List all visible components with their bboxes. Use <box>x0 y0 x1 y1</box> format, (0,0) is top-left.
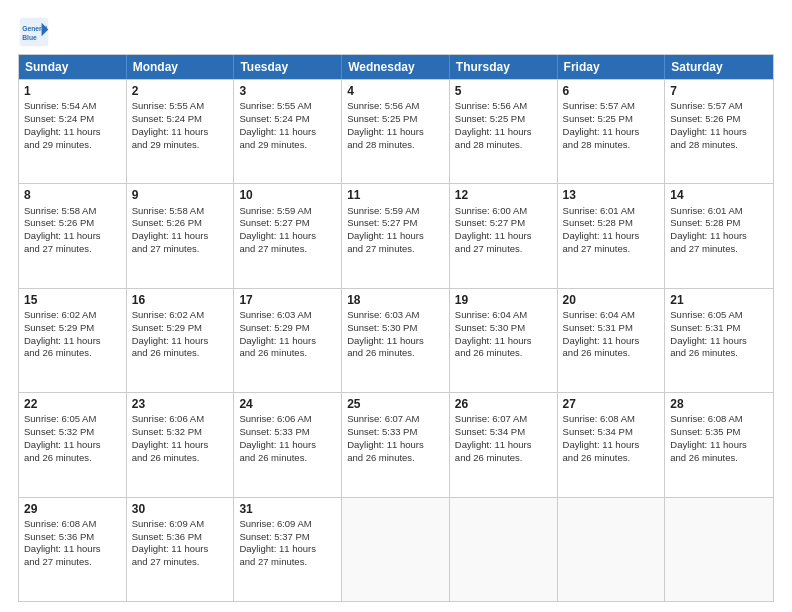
day-number: 4 <box>347 83 444 99</box>
day-info-line: and 28 minutes. <box>670 139 768 152</box>
calendar-cell <box>450 498 558 601</box>
day-info-line: Sunset: 5:25 PM <box>455 113 552 126</box>
calendar-cell: 31Sunrise: 6:09 AMSunset: 5:37 PMDayligh… <box>234 498 342 601</box>
day-info-line: Sunrise: 6:04 AM <box>563 309 660 322</box>
day-info-line: Sunrise: 6:05 AM <box>24 413 121 426</box>
day-info-line: Sunset: 5:26 PM <box>132 217 229 230</box>
day-info-line: Sunrise: 5:54 AM <box>24 100 121 113</box>
calendar-cell: 23Sunrise: 6:06 AMSunset: 5:32 PMDayligh… <box>127 393 235 496</box>
calendar-header-cell: Friday <box>558 55 666 79</box>
calendar-header-row: SundayMondayTuesdayWednesdayThursdayFrid… <box>19 55 773 79</box>
logo-icon: General Blue <box>18 16 50 48</box>
day-info-line: Sunset: 5:29 PM <box>24 322 121 335</box>
day-info-line: Daylight: 11 hours <box>24 543 121 556</box>
day-number: 31 <box>239 501 336 517</box>
day-info-line: and 27 minutes. <box>347 243 444 256</box>
day-number: 5 <box>455 83 552 99</box>
day-number: 16 <box>132 292 229 308</box>
day-info-line: and 26 minutes. <box>132 347 229 360</box>
day-info-line: Sunrise: 6:08 AM <box>24 518 121 531</box>
day-info-line: and 27 minutes. <box>24 556 121 569</box>
day-info-line: Sunset: 5:29 PM <box>239 322 336 335</box>
day-info-line: Sunset: 5:24 PM <box>24 113 121 126</box>
calendar-cell: 17Sunrise: 6:03 AMSunset: 5:29 PMDayligh… <box>234 289 342 392</box>
day-number: 25 <box>347 396 444 412</box>
calendar-cell: 30Sunrise: 6:09 AMSunset: 5:36 PMDayligh… <box>127 498 235 601</box>
day-info-line: Sunset: 5:36 PM <box>24 531 121 544</box>
calendar-week-5: 29Sunrise: 6:08 AMSunset: 5:36 PMDayligh… <box>19 497 773 601</box>
day-info-line: and 27 minutes. <box>24 243 121 256</box>
calendar-cell: 25Sunrise: 6:07 AMSunset: 5:33 PMDayligh… <box>342 393 450 496</box>
day-info-line: Sunrise: 5:56 AM <box>347 100 444 113</box>
day-info-line: Sunrise: 6:06 AM <box>239 413 336 426</box>
day-info-line: Sunset: 5:35 PM <box>670 426 768 439</box>
day-info-line: Sunrise: 5:59 AM <box>347 205 444 218</box>
calendar-cell: 9Sunrise: 5:58 AMSunset: 5:26 PMDaylight… <box>127 184 235 287</box>
day-info-line: Sunset: 5:36 PM <box>132 531 229 544</box>
day-number: 13 <box>563 187 660 203</box>
calendar-cell <box>665 498 773 601</box>
day-info-line: and 26 minutes. <box>670 347 768 360</box>
day-info-line: Daylight: 11 hours <box>24 439 121 452</box>
day-info-line: Sunrise: 6:07 AM <box>347 413 444 426</box>
day-number: 30 <box>132 501 229 517</box>
day-info-line: Sunset: 5:30 PM <box>455 322 552 335</box>
day-info-line: Sunrise: 6:03 AM <box>347 309 444 322</box>
day-info-line: Sunset: 5:27 PM <box>347 217 444 230</box>
day-info-line: Sunset: 5:33 PM <box>239 426 336 439</box>
day-info-line: Daylight: 11 hours <box>239 439 336 452</box>
day-info-line: and 26 minutes. <box>239 452 336 465</box>
day-info-line: and 27 minutes. <box>670 243 768 256</box>
calendar-header-cell: Thursday <box>450 55 558 79</box>
day-info-line: Daylight: 11 hours <box>24 335 121 348</box>
calendar-cell: 20Sunrise: 6:04 AMSunset: 5:31 PMDayligh… <box>558 289 666 392</box>
day-info-line: and 29 minutes. <box>239 139 336 152</box>
day-number: 27 <box>563 396 660 412</box>
calendar-cell: 27Sunrise: 6:08 AMSunset: 5:34 PMDayligh… <box>558 393 666 496</box>
day-info-line: Daylight: 11 hours <box>455 230 552 243</box>
calendar-cell: 1Sunrise: 5:54 AMSunset: 5:24 PMDaylight… <box>19 80 127 183</box>
day-number: 15 <box>24 292 121 308</box>
day-number: 9 <box>132 187 229 203</box>
day-info-line: Sunset: 5:34 PM <box>455 426 552 439</box>
calendar-cell: 12Sunrise: 6:00 AMSunset: 5:27 PMDayligh… <box>450 184 558 287</box>
day-info-line: and 26 minutes. <box>347 347 444 360</box>
day-info-line: and 29 minutes. <box>24 139 121 152</box>
calendar-header-cell: Wednesday <box>342 55 450 79</box>
day-info-line: Daylight: 11 hours <box>563 439 660 452</box>
day-info-line: Daylight: 11 hours <box>455 335 552 348</box>
calendar-week-3: 15Sunrise: 6:02 AMSunset: 5:29 PMDayligh… <box>19 288 773 392</box>
day-info-line: Sunset: 5:31 PM <box>563 322 660 335</box>
day-info-line: Sunrise: 6:03 AM <box>239 309 336 322</box>
svg-text:Blue: Blue <box>22 34 37 41</box>
calendar-cell: 3Sunrise: 5:55 AMSunset: 5:24 PMDaylight… <box>234 80 342 183</box>
calendar-cell: 22Sunrise: 6:05 AMSunset: 5:32 PMDayligh… <box>19 393 127 496</box>
page: General Blue SundayMondayTuesdayWednesda… <box>0 0 792 612</box>
day-info-line: Sunrise: 6:09 AM <box>132 518 229 531</box>
day-info-line: Daylight: 11 hours <box>132 543 229 556</box>
day-info-line: and 26 minutes. <box>455 452 552 465</box>
day-info-line: Daylight: 11 hours <box>132 335 229 348</box>
calendar-body: 1Sunrise: 5:54 AMSunset: 5:24 PMDaylight… <box>19 79 773 601</box>
calendar-cell: 5Sunrise: 5:56 AMSunset: 5:25 PMDaylight… <box>450 80 558 183</box>
calendar-cell: 28Sunrise: 6:08 AMSunset: 5:35 PMDayligh… <box>665 393 773 496</box>
day-info-line: Daylight: 11 hours <box>24 230 121 243</box>
day-info-line: and 27 minutes. <box>563 243 660 256</box>
calendar-cell: 13Sunrise: 6:01 AMSunset: 5:28 PMDayligh… <box>558 184 666 287</box>
calendar-cell <box>558 498 666 601</box>
calendar-header-cell: Sunday <box>19 55 127 79</box>
day-info-line: Sunrise: 5:55 AM <box>239 100 336 113</box>
day-info-line: and 27 minutes. <box>132 556 229 569</box>
calendar-cell: 18Sunrise: 6:03 AMSunset: 5:30 PMDayligh… <box>342 289 450 392</box>
day-info-line: Sunrise: 5:58 AM <box>132 205 229 218</box>
calendar-cell: 10Sunrise: 5:59 AMSunset: 5:27 PMDayligh… <box>234 184 342 287</box>
calendar-cell: 4Sunrise: 5:56 AMSunset: 5:25 PMDaylight… <box>342 80 450 183</box>
day-info-line: and 26 minutes. <box>563 452 660 465</box>
day-info-line: Daylight: 11 hours <box>455 439 552 452</box>
calendar-cell: 2Sunrise: 5:55 AMSunset: 5:24 PMDaylight… <box>127 80 235 183</box>
day-info-line: Sunset: 5:29 PM <box>132 322 229 335</box>
day-info-line: Sunrise: 5:55 AM <box>132 100 229 113</box>
day-info-line: Daylight: 11 hours <box>347 126 444 139</box>
day-info-line: Sunrise: 6:07 AM <box>455 413 552 426</box>
day-info-line: Daylight: 11 hours <box>347 335 444 348</box>
